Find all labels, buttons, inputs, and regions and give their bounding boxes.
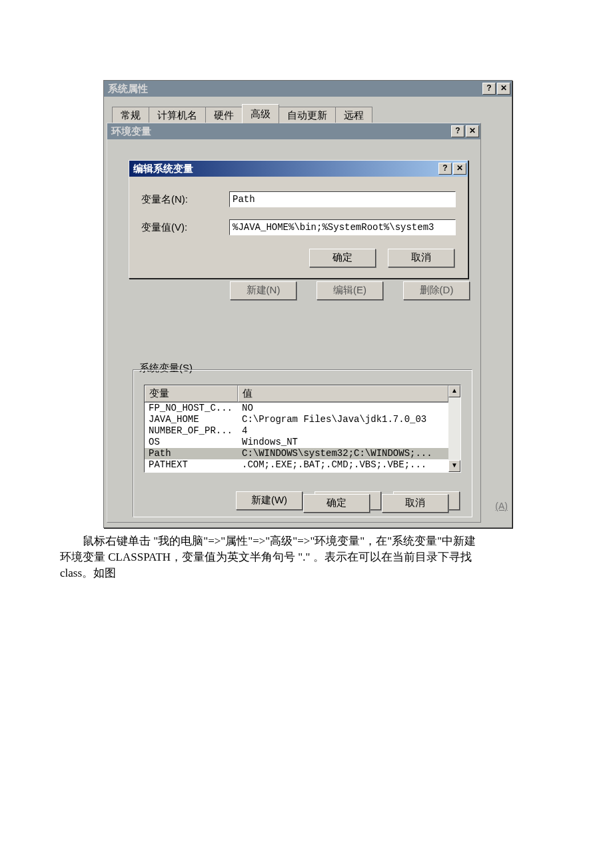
delete-uservar-button[interactable]: 删除(D) xyxy=(403,281,470,300)
help-icon[interactable]: ? xyxy=(451,125,464,137)
col-value[interactable]: 值 xyxy=(238,385,448,402)
system-variables-list[interactable]: 变量 值 FP_NO_HOST_C... NO JAVA_HOME C:\Pro… xyxy=(144,385,461,473)
system-variables-group: 系统变量(S) 变量 值 FP_NO_HOST_C... NO JAVA_H xyxy=(133,362,472,514)
env-cancel-button[interactable]: 取消 xyxy=(382,494,448,513)
table-row[interactable]: OS Windows_NT xyxy=(145,437,448,448)
close-icon[interactable]: ✕ xyxy=(453,163,466,175)
table-row[interactable]: NUMBER_OF_PR... 4 xyxy=(145,425,448,437)
close-icon[interactable]: ✕ xyxy=(497,83,510,95)
close-icon[interactable]: ✕ xyxy=(466,125,479,137)
table-row[interactable]: FP_NO_HOST_C... NO xyxy=(145,403,448,414)
system-properties-titlebar: 系统属性 ? ✕ xyxy=(104,81,512,97)
cancel-button[interactable]: 取消 xyxy=(388,249,454,267)
variable-value-label: 变量值(V): xyxy=(141,221,229,234)
env-title: 环境变量 xyxy=(111,125,151,138)
help-icon[interactable]: ? xyxy=(482,83,496,95)
tab-auto-update[interactable]: 自动更新 xyxy=(279,107,336,123)
tab-hardware[interactable]: 硬件 xyxy=(205,107,243,123)
edit-title: 编辑系统变量 xyxy=(133,163,193,175)
list-header: 变量 值 xyxy=(145,385,448,403)
tabs: 常规 计算机名 硬件 高级 自动更新 远程 xyxy=(104,105,512,123)
tab-remote[interactable]: 远程 xyxy=(335,107,372,123)
tab-computer-name[interactable]: 计算机名 xyxy=(149,107,206,123)
variable-name-input[interactable] xyxy=(229,191,456,207)
instruction-text: 鼠标右键单击 "我的电脑"=>"属性"=>"高级"=>"环境变量"，在"系统变量… xyxy=(60,533,553,581)
env-ok-button[interactable]: 确定 xyxy=(303,494,370,513)
col-variable[interactable]: 变量 xyxy=(145,385,238,402)
table-row[interactable]: JAVA_HOME C:\Program Files\Java\jdk1.7.0… xyxy=(145,414,448,425)
scroll-up-icon[interactable]: ▲ xyxy=(448,385,460,397)
new-uservar-button[interactable]: 新建(N) xyxy=(230,281,297,300)
variable-name-label: 变量名(N): xyxy=(141,193,229,206)
apply-button-label[interactable]: (A) xyxy=(495,501,508,511)
scrollbar[interactable]: ▲ ▼ xyxy=(448,385,460,472)
scroll-down-icon[interactable]: ▼ xyxy=(448,460,460,472)
tab-general[interactable]: 常规 xyxy=(112,107,149,123)
tab-advanced[interactable]: 高级 xyxy=(242,104,279,123)
system-properties-title: 系统属性 xyxy=(108,83,148,95)
help-icon[interactable]: ? xyxy=(438,163,452,175)
ok-button[interactable]: 确定 xyxy=(309,249,376,267)
edit-titlebar: 编辑系统变量 ? ✕ xyxy=(129,161,468,177)
edit-uservar-button[interactable]: 编辑(E) xyxy=(316,281,383,300)
table-row[interactable]: PATHEXT .COM;.EXE;.BAT;.CMD;.VBS;.VBE;..… xyxy=(145,459,448,471)
variable-value-input[interactable] xyxy=(229,219,456,235)
env-titlebar: 环境变量 ? ✕ xyxy=(107,123,480,139)
table-row[interactable]: Path C:\WINDOWS\system32;C:\WINDOWS;... xyxy=(145,448,448,459)
edit-system-variable-window: 编辑系统变量 ? ✕ 变量名(N): 变量值(V): 确定 取消 xyxy=(129,160,468,279)
